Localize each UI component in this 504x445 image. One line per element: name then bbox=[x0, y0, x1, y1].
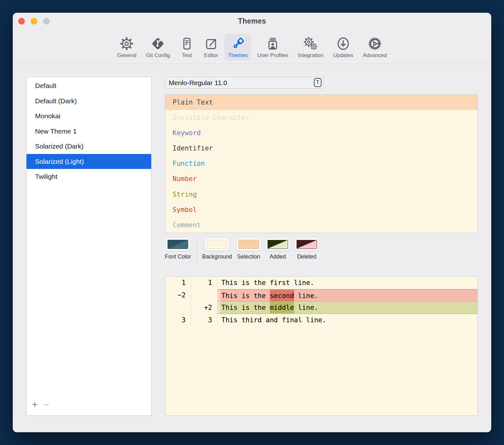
syntax-sample-plain-text: Plain Text bbox=[165, 95, 478, 110]
theme-list-item-new-theme-1[interactable]: New Theme 1 bbox=[26, 124, 151, 139]
swatch-label: Selection bbox=[237, 253, 260, 260]
toolbar-item-label: General bbox=[117, 52, 136, 58]
sidebar-actions: + − bbox=[26, 397, 151, 415]
color-swatch-row: Font ColorBackgroundSelectionAddedDelete… bbox=[165, 238, 478, 265]
diff-new-line-number: +2 bbox=[191, 302, 218, 314]
syntax-sample-invisible-character: Invisible Character bbox=[165, 110, 478, 125]
swatch-background[interactable]: Background bbox=[202, 238, 232, 260]
diff-row-deleted: −2This is the second line. bbox=[165, 289, 478, 302]
diff-line-text: This third and final line. bbox=[218, 314, 478, 326]
diff-old-line-number bbox=[165, 302, 191, 314]
toolbar-item-git-config[interactable]: Git Config bbox=[142, 33, 174, 61]
window-title: Themes bbox=[13, 17, 491, 26]
gears-icon bbox=[303, 36, 318, 51]
diff-preview: 11This is the first line.−2This is the s… bbox=[165, 276, 478, 416]
color-chip bbox=[267, 240, 288, 249]
toolbar-item-editor[interactable]: Editor bbox=[200, 33, 222, 61]
swatch-label: Background bbox=[202, 253, 232, 260]
document-icon bbox=[180, 36, 194, 51]
theme-list-item-default[interactable]: Default bbox=[26, 78, 151, 93]
swatch-font-color[interactable]: Font Color bbox=[165, 238, 191, 260]
diff-line-text: This is the middle line. bbox=[218, 302, 478, 314]
syntax-sample-keyword: Keyword bbox=[165, 125, 478, 141]
edit-pencil-icon bbox=[204, 36, 219, 51]
color-chip bbox=[207, 240, 227, 249]
theme-list-item-default-dark[interactable]: Default (Dark) bbox=[26, 93, 151, 109]
toolbar-item-label: User Profiles bbox=[257, 52, 288, 58]
toolbar-item-general[interactable]: General bbox=[113, 33, 140, 61]
toolbar-item-label: Updates bbox=[333, 52, 353, 58]
remove-theme-button[interactable]: − bbox=[43, 400, 49, 410]
toolbar-item-label: Git Config bbox=[146, 52, 170, 58]
theme-list-item-monokai[interactable]: Monokai bbox=[26, 108, 151, 124]
theme-list-item-solarized-light[interactable]: Solarized (Light) bbox=[26, 154, 151, 169]
color-chip bbox=[296, 240, 317, 249]
toolbar-item-user-profiles[interactable]: User Profiles bbox=[253, 33, 292, 61]
theme-list-item-solarized-dark[interactable]: Solarized (Dark) bbox=[26, 139, 151, 154]
diff-new-line-number: 1 bbox=[191, 277, 218, 289]
toolbar-item-label: Integration bbox=[298, 52, 323, 58]
content-area: DefaultDefault (Dark)MonokaiNew Theme 1S… bbox=[13, 64, 491, 432]
toolbar-item-label: Text bbox=[182, 52, 192, 58]
theme-detail-panel: Menlo-Regular 11.0 T Plain TextInvisible… bbox=[165, 77, 478, 416]
paintbrush-icon bbox=[231, 36, 245, 51]
font-field[interactable]: Menlo-Regular 11.0 T bbox=[165, 77, 323, 89]
diff-old-line-number: 3 bbox=[165, 314, 191, 326]
diff-line-text: This is the second line. bbox=[218, 289, 478, 302]
diff-new-line-number: 3 bbox=[191, 314, 218, 326]
syntax-sample-identifier: Identifier bbox=[165, 141, 478, 156]
diff-row-context: 11This is the first line. bbox=[165, 277, 478, 289]
swatch-deleted[interactable]: Deleted bbox=[294, 238, 319, 260]
theme-list: DefaultDefault (Dark)MonokaiNew Theme 1S… bbox=[26, 77, 151, 397]
add-theme-button[interactable]: + bbox=[32, 400, 38, 410]
color-well bbox=[205, 238, 229, 251]
diff-line-text: This is the first line. bbox=[218, 277, 478, 289]
diff-old-line-number: 1 bbox=[165, 277, 191, 289]
syntax-sample-function: Function bbox=[165, 156, 478, 171]
color-chip bbox=[167, 240, 188, 249]
color-well bbox=[265, 238, 290, 251]
swatch-selection[interactable]: Selection bbox=[236, 238, 261, 260]
syntax-sample-number: Number bbox=[165, 171, 478, 186]
toolbar-item-text[interactable]: Text bbox=[176, 33, 198, 61]
toolbar-item-label: Editor bbox=[204, 52, 218, 58]
git-diamond-icon bbox=[151, 36, 165, 51]
preferences-window: Themes GeneralGit ConfigTextEditorThemes… bbox=[13, 13, 491, 432]
toolbar-item-integration[interactable]: Integration bbox=[294, 33, 327, 61]
toolbar: GeneralGit ConfigTextEditorThemesUser Pr… bbox=[13, 33, 491, 61]
syntax-sample-comment: Comment bbox=[165, 217, 478, 233]
toolbar-item-label: Themes bbox=[228, 52, 248, 58]
diff-old-line-number: −2 bbox=[165, 289, 191, 302]
swatch-divider bbox=[197, 238, 197, 263]
color-well bbox=[166, 238, 190, 251]
diff-text-segment: This is the bbox=[221, 302, 270, 313]
diff-text-segment: This third and final line. bbox=[221, 314, 326, 326]
diff-word-highlight: second bbox=[270, 290, 294, 301]
syntax-sample-string: String bbox=[165, 187, 478, 202]
diff-row-added: +2This is the middle line. bbox=[165, 302, 478, 314]
font-picker-button[interactable]: T bbox=[314, 78, 322, 87]
swatch-added[interactable]: Added bbox=[265, 238, 290, 260]
diff-row-context: 33This third and final line. bbox=[165, 314, 478, 326]
toolbar-item-themes[interactable]: Themes bbox=[224, 33, 251, 61]
color-well bbox=[236, 238, 261, 251]
swatch-label: Deleted bbox=[297, 253, 316, 260]
diff-new-line-number bbox=[191, 289, 218, 302]
toolbar-item-advanced[interactable]: Advanced bbox=[359, 33, 391, 61]
titlebar: Themes GeneralGit ConfigTextEditorThemes… bbox=[13, 13, 491, 64]
color-well bbox=[294, 238, 319, 251]
download-circle-icon bbox=[336, 36, 351, 51]
diff-text-segment: This is the first line. bbox=[221, 277, 314, 289]
gear-icon bbox=[119, 36, 134, 51]
toolbar-item-updates[interactable]: Updates bbox=[329, 33, 357, 61]
font-row: Menlo-Regular 11.0 T bbox=[165, 77, 478, 89]
diff-text-segment: line. bbox=[294, 302, 318, 313]
toolbar-item-label: Advanced bbox=[363, 52, 387, 58]
diff-text-segment: line. bbox=[294, 290, 318, 301]
swatch-label: Font Color bbox=[165, 253, 191, 260]
syntax-preview: Plain TextInvisible CharacterKeywordIden… bbox=[165, 94, 478, 233]
diff-word-highlight: middle bbox=[270, 302, 294, 313]
contact-card-icon bbox=[265, 36, 280, 51]
theme-list-item-twilight[interactable]: Twilight bbox=[26, 169, 151, 184]
diff-text-segment: This is the bbox=[221, 290, 270, 301]
